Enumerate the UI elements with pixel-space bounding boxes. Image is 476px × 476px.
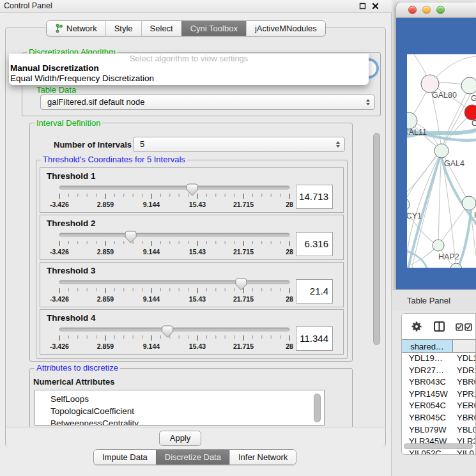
checkbox-icon[interactable] bbox=[464, 323, 472, 331]
network-window-titlebar bbox=[396, 3, 476, 18]
svg-text:28: 28 bbox=[286, 201, 293, 208]
list-item-topologicalcoefficient[interactable]: TopologicalCoefficient bbox=[35, 405, 324, 417]
zoom-traffic-light-icon[interactable] bbox=[436, 6, 445, 14]
table-panel-title: Table Panel bbox=[407, 296, 450, 305]
column-layout-icon[interactable] bbox=[434, 321, 445, 332]
node-label-gcy1: GCY1 bbox=[407, 211, 422, 220]
algorithm-option-manual-discretization[interactable]: Manual Discretization bbox=[9, 63, 369, 73]
table-data-combo[interactable]: galFiltered.sif default node bbox=[40, 95, 375, 110]
float-window-icon[interactable] bbox=[359, 3, 366, 10]
cell-name: YDL1 bbox=[453, 353, 476, 365]
threshold-slider[interactable]: -3.4262.8599.14415.4321.71528 bbox=[45, 183, 326, 213]
table-row[interactable]: YBR043CYBR0 bbox=[402, 376, 476, 388]
network-edge-weighted[interactable] bbox=[457, 211, 471, 268]
table-row[interactable]: YER054CYER0 bbox=[402, 400, 476, 412]
svg-text:21.715: 21.715 bbox=[233, 342, 254, 350]
network-canvas[interactable]: GAL80GCGAL11GAL4GCY1HHAP2 bbox=[407, 54, 476, 268]
combo-spinner-icon[interactable] bbox=[336, 141, 340, 148]
tab-label: Impute Data bbox=[102, 450, 148, 464]
node-label-red-node: C bbox=[472, 119, 476, 128]
cell-shared-name: YDL19… bbox=[402, 353, 453, 365]
minimize-traffic-light-icon[interactable] bbox=[422, 6, 431, 14]
settings-gear-icon[interactable] bbox=[411, 321, 422, 332]
node-label-top-right-node: G bbox=[471, 94, 476, 103]
number-of-intervals-combo[interactable]: 5 bbox=[133, 137, 345, 152]
svg-text:21.715: 21.715 bbox=[233, 295, 254, 303]
network-node-gal4[interactable] bbox=[434, 144, 449, 158]
app-root: Control Panel NetworkStyleSelectCyni Too… bbox=[0, 0, 476, 476]
table-row[interactable]: YPR145WYPR1 bbox=[402, 388, 476, 401]
control-panel-title: Control Panel bbox=[4, 1, 52, 10]
combo-spinner-icon[interactable] bbox=[366, 99, 370, 105]
cell-name: YBR0 bbox=[453, 376, 476, 388]
algorithm-options: Manual DiscretizationEqual Width/Frequen… bbox=[9, 63, 369, 84]
threshold-slider[interactable]: -3.4262.8599.14415.4321.71528 bbox=[45, 278, 326, 307]
list-item-selfloops[interactable]: SelfLoops bbox=[35, 393, 324, 405]
cell-shared-name: YPR145W bbox=[402, 388, 453, 401]
control-panel-titlebar: Control Panel bbox=[0, 0, 392, 13]
node-label-gal11: GAL11 bbox=[407, 128, 427, 137]
tab-impute-data[interactable]: Impute Data bbox=[94, 450, 156, 464]
checkbox-icon[interactable] bbox=[456, 323, 463, 331]
tab-infer-network[interactable]: Infer Network bbox=[229, 450, 296, 464]
algorithm-option-equal-width-frequency-discretization[interactable]: Equal Width/Frequency Discretization bbox=[9, 73, 369, 84]
settings-scrollbar[interactable] bbox=[373, 133, 380, 345]
column-header-shared-name[interactable]: shared… bbox=[402, 339, 453, 353]
network-node-gal11[interactable] bbox=[407, 112, 417, 129]
network-node-gcy1[interactable] bbox=[407, 198, 410, 211]
cell-name: YDR2 bbox=[453, 365, 476, 377]
network-node-red-node[interactable] bbox=[464, 105, 476, 120]
slider-thumb[interactable] bbox=[125, 231, 136, 243]
threshold-slider[interactable]: -3.4262.8599.14415.4321.71528 bbox=[45, 325, 326, 355]
slider-thumb[interactable] bbox=[236, 279, 247, 290]
list-item-betweennesscentrality[interactable]: BetweennessCentrality bbox=[35, 417, 324, 426]
number-of-intervals-value: 5 bbox=[140, 137, 144, 151]
svg-text:15.43: 15.43 bbox=[189, 201, 206, 208]
table-horizontal-scrollbar[interactable] bbox=[404, 443, 473, 449]
table-panel-titlebar: Table Panel bbox=[392, 289, 476, 311]
svg-text:2.859: 2.859 bbox=[97, 342, 114, 350]
network-node-right-node[interactable] bbox=[462, 196, 476, 210]
table-row[interactable]: YBR045CYBR0 bbox=[402, 412, 476, 424]
settings-viewport: Interval Definition Number of Intervals … bbox=[22, 119, 371, 427]
network-edge[interactable] bbox=[438, 151, 441, 245]
slider-thumb[interactable] bbox=[162, 326, 173, 337]
thresholds-group-title: Threshold's Coordinates for 5 Intervals bbox=[41, 155, 187, 164]
network-icon bbox=[55, 24, 63, 33]
threshold-label: Threshold 1 bbox=[47, 171, 96, 181]
threshold-slider[interactable]: -3.4262.8599.14415.4321.71528 bbox=[45, 231, 326, 260]
svg-text:9.144: 9.144 bbox=[143, 342, 160, 350]
network-node-gal80[interactable] bbox=[421, 75, 439, 93]
table-row[interactable]: YDR27…YDR2 bbox=[402, 365, 476, 377]
svg-text:-3.426: -3.426 bbox=[50, 295, 69, 303]
tab-style[interactable]: Style bbox=[105, 21, 141, 36]
tab-network[interactable]: Network bbox=[47, 21, 105, 36]
interval-definition-title: Interval Definition bbox=[35, 119, 102, 127]
tab-discretize-data[interactable]: Discretize Data bbox=[156, 450, 229, 464]
cell-shared-name: YDR27… bbox=[402, 365, 453, 377]
list-scrollbar[interactable] bbox=[314, 394, 321, 422]
column-header-name[interactable]: na bbox=[453, 339, 476, 353]
close-icon[interactable] bbox=[372, 3, 379, 10]
tab-label: Style bbox=[114, 22, 133, 36]
table-row[interactable]: YDL19…YDL1 bbox=[402, 353, 476, 365]
network-node-top-right-node[interactable] bbox=[461, 77, 476, 94]
network-node-hap2[interactable] bbox=[433, 240, 444, 251]
close-traffic-light-icon[interactable] bbox=[408, 6, 417, 14]
numerical-attributes-list[interactable]: SelfLoopsTopologicalCoefficientBetweenne… bbox=[35, 390, 325, 426]
svg-text:15.43: 15.43 bbox=[189, 342, 206, 350]
cell-name: YBL0 bbox=[453, 424, 476, 436]
tab-cyni-toolbox[interactable]: Cyni Toolbox bbox=[181, 21, 246, 36]
network-edge[interactable] bbox=[407, 151, 441, 204]
algorithm-dropdown-popup: Select algorithm to view settings Manual… bbox=[9, 54, 369, 85]
threshold-panel: Threshold 321.4-3.4262.8599.14415.4321.7… bbox=[40, 262, 344, 307]
control-panel: Control Panel NetworkStyleSelectCyni Too… bbox=[0, 0, 392, 476]
cell-shared-name: YER054C bbox=[402, 400, 453, 412]
network-edge[interactable] bbox=[438, 203, 469, 245]
apply-button[interactable]: Apply bbox=[159, 431, 201, 446]
threshold-label: Threshold 3 bbox=[47, 266, 96, 275]
tab-jactivemnodules[interactable]: jActiveMNodules bbox=[246, 21, 325, 36]
table-row[interactable]: YBL079WYBL0 bbox=[402, 424, 476, 436]
tab-select[interactable]: Select bbox=[141, 21, 181, 36]
tab-label: jActiveMNodules bbox=[255, 22, 317, 36]
